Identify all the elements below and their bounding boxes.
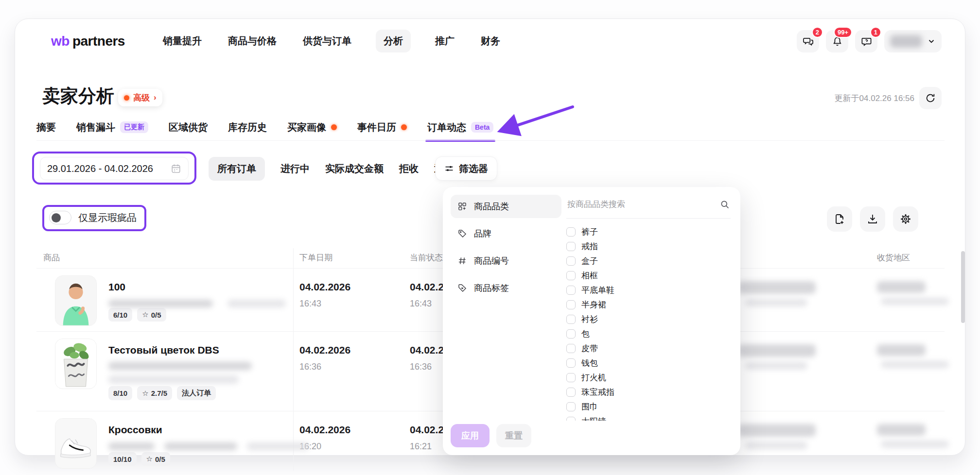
category-label: 衬衫 (581, 314, 598, 325)
category-option[interactable]: 半身裙 (566, 297, 731, 312)
category-checkbox-list: 裤子戒指盒子相框平底单鞋半身裙衬衫包皮带钱包打火机珠宝戒指围巾太阳镜 (566, 224, 731, 421)
redacted-text (877, 281, 926, 293)
table-actions (827, 206, 918, 232)
toggle-knob (52, 213, 61, 222)
checkbox[interactable] (566, 271, 576, 280)
filter-menu-item-1[interactable]: 商品品类 (451, 195, 561, 218)
apply-button[interactable]: 应用 (451, 424, 490, 447)
tab-4[interactable]: 库存历史 (228, 121, 267, 135)
nav-item-4[interactable]: 分析 (376, 30, 411, 52)
help-button[interactable]: 1 (855, 30, 877, 52)
bell-button[interactable]: 99+ (826, 30, 848, 52)
category-option[interactable]: 包 (566, 326, 731, 341)
defects-only-toggle[interactable]: 仅显示瑕疵品 (49, 211, 137, 224)
nav-item-6[interactable]: 财务 (479, 30, 502, 52)
category-option[interactable]: 相框 (566, 268, 731, 283)
tab-2[interactable]: 销售漏斗已更新 (76, 121, 148, 135)
chat-button[interactable]: 2 (797, 30, 819, 52)
user-menu[interactable] (884, 30, 942, 52)
checkbox[interactable] (566, 329, 576, 339)
download-icon (867, 213, 878, 225)
category-search[interactable] (566, 195, 731, 214)
category-label: 平底单鞋 (581, 285, 614, 296)
segment-2[interactable]: 进行中 (280, 162, 310, 175)
filter-menu-item-3[interactable]: 商品编号 (451, 249, 561, 272)
star-icon: ☆ (142, 310, 148, 319)
file-plus-icon (834, 213, 845, 225)
category-search-input[interactable] (567, 200, 703, 209)
date-range-picker[interactable] (40, 157, 189, 180)
tab-3[interactable]: 区域供货 (169, 121, 208, 135)
tab-6[interactable]: 事件日历 (357, 121, 407, 135)
category-label: 太阳镜 (581, 416, 606, 421)
refresh-button[interactable] (919, 87, 942, 109)
product-name: Тестовый цветок DBS (108, 344, 219, 356)
checkbox[interactable] (566, 242, 576, 251)
tab-7[interactable]: 订单动态Beta (427, 121, 493, 135)
reset-button[interactable]: 重置 (496, 424, 531, 447)
checkbox[interactable] (566, 358, 576, 368)
category-option[interactable]: 戒指 (566, 239, 731, 254)
nav-item-1[interactable]: 销量提升 (161, 30, 204, 52)
table-scrollbar[interactable] (961, 251, 965, 323)
redacted-text (108, 442, 155, 450)
settings-button[interactable] (893, 206, 918, 232)
filters-button[interactable]: 筛选器 (435, 156, 497, 181)
tag-heart-icon (457, 283, 467, 293)
checkbox[interactable] (566, 227, 576, 237)
nav-item-5[interactable]: 推广 (433, 30, 456, 52)
category-option[interactable]: 裤子 (566, 224, 731, 239)
category-option[interactable]: 衬衫 (566, 312, 731, 326)
tab-5[interactable]: 买家画像 (287, 121, 337, 135)
checkbox[interactable] (566, 388, 576, 397)
order-date: 04.02.2026 (299, 281, 350, 293)
category-option[interactable]: 打火机 (566, 370, 731, 385)
category-label: 裤子 (581, 226, 598, 238)
redacted-username (890, 35, 922, 48)
nav-item-2[interactable]: 商品与价格 (226, 30, 279, 52)
filter-menu-item-4[interactable]: 商品标签 (451, 276, 561, 300)
download-button[interactable] (860, 206, 885, 232)
checkbox[interactable] (566, 417, 576, 421)
category-option[interactable]: 钱包 (566, 356, 731, 370)
category-option[interactable]: 珠宝戒指 (566, 385, 731, 399)
category-label: 皮带 (581, 343, 598, 354)
segment-4[interactable]: 拒收 (399, 162, 419, 175)
tab-1[interactable]: 摘要 (36, 121, 56, 135)
category-label: 相框 (581, 270, 598, 281)
filter-menu-item-2[interactable]: 品牌 (451, 222, 561, 245)
premium-plan-badge[interactable]: 高级 › (118, 89, 162, 106)
product-name: Кроссовки (108, 424, 162, 436)
category-option[interactable]: 皮带 (566, 341, 731, 356)
create-report-button[interactable] (827, 206, 852, 232)
date-range-input[interactable] (47, 163, 164, 174)
checkbox[interactable] (566, 286, 576, 295)
segment-1[interactable]: 所有订单 (209, 157, 265, 181)
category-option[interactable]: 围巾 (566, 399, 731, 414)
checkbox[interactable] (566, 344, 576, 353)
gear-icon (900, 213, 911, 225)
order-date: 04.02.2026 (299, 424, 350, 436)
notification-dot-icon (331, 124, 337, 130)
product-badges: 10/10 ☆ 0/5 (108, 452, 170, 466)
checkbox[interactable] (566, 300, 576, 309)
category-option[interactable]: 太阳镜 (566, 414, 731, 421)
checkbox[interactable] (566, 256, 576, 266)
redacted-text (108, 375, 239, 384)
wb-partners-logo[interactable]: wbpartners (51, 34, 125, 49)
checkbox[interactable] (566, 373, 576, 382)
order-date: 04.02.2026 (299, 344, 350, 356)
redacted-text (877, 344, 926, 356)
category-option[interactable]: 平底单鞋 (566, 283, 731, 297)
nav-item-3[interactable]: 供货与订单 (301, 30, 353, 52)
toggle-switch[interactable] (49, 211, 71, 224)
tab-badge: Beta (471, 122, 493, 133)
category-option[interactable]: 盒子 (566, 254, 731, 268)
notification-badge: 1 (870, 27, 881, 38)
segment-3[interactable]: 实际成交金额 (325, 162, 384, 175)
col-header-order-date: 下单日期 (299, 252, 332, 263)
checkbox[interactable] (566, 315, 576, 324)
checkbox[interactable] (566, 402, 576, 411)
count-badge: 6/10 (108, 308, 132, 322)
status-time: 16:36 (410, 362, 432, 372)
